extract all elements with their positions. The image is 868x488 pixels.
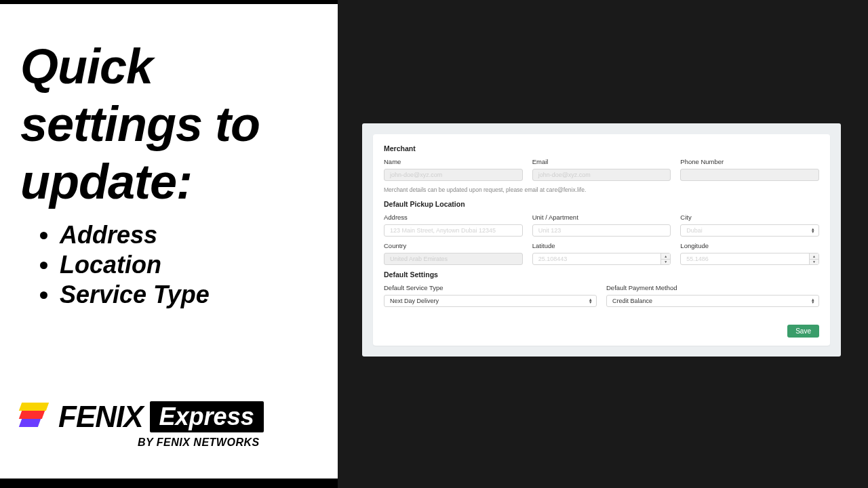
chevron-updown-icon bbox=[812, 298, 814, 304]
section-title-settings: Default Settings bbox=[384, 270, 819, 279]
email-label: Email bbox=[532, 158, 671, 165]
bullet-location: Location bbox=[60, 250, 317, 280]
latitude-input[interactable]: 25.108443 ▲▼ bbox=[532, 253, 671, 265]
email-input: john-doe@xyz.com bbox=[532, 169, 671, 181]
logo-word-fenix: FENIX bbox=[58, 400, 143, 434]
address-label: Address bbox=[384, 214, 523, 221]
chevron-updown-icon bbox=[812, 228, 814, 233]
payment-method-select[interactable]: Credit Balance bbox=[606, 295, 819, 307]
email-placeholder: john-doe@xyz.com bbox=[538, 171, 591, 178]
slide-bullets: Address Location Service Type bbox=[20, 220, 317, 310]
payment-method-label: Default Payment Method bbox=[606, 284, 819, 291]
headline-line-2: settings to bbox=[20, 97, 260, 151]
save-button[interactable]: Save bbox=[787, 325, 819, 338]
unit-input[interactable]: Unit 123 bbox=[532, 224, 671, 237]
latitude-placeholder: 25.108443 bbox=[538, 256, 568, 262]
address-placeholder: 123 Main Street, Anytown Dubai 12345 bbox=[390, 227, 496, 234]
city-value: Dubai bbox=[686, 227, 703, 234]
headline-line-3: update: bbox=[20, 155, 192, 209]
name-label: Name bbox=[384, 158, 523, 165]
brand-logo: FENIX Express BY FENIX NETWORKS bbox=[20, 400, 264, 449]
slide-panel: Quick settings to update: Address Locati… bbox=[0, 4, 338, 479]
app-frame: Merchant Name john-doe@xyz.com Email joh… bbox=[338, 0, 868, 488]
stepper-up-icon[interactable]: ▲ bbox=[810, 253, 818, 260]
app-background: Merchant Name john-doe@xyz.com Email joh… bbox=[362, 123, 841, 357]
service-type-label: Default Service Type bbox=[384, 284, 597, 291]
city-select[interactable]: Dubai bbox=[680, 224, 819, 237]
phone-input bbox=[680, 169, 819, 181]
section-title-pickup: Default Pickup Location bbox=[384, 200, 819, 208]
bullet-service-type: Service Type bbox=[60, 280, 317, 310]
headline-line-1: Quick bbox=[20, 39, 153, 94]
name-input: john-doe@xyz.com bbox=[384, 169, 523, 181]
country-value: United Arab Emirates bbox=[390, 256, 448, 262]
stepper-down-icon[interactable]: ▼ bbox=[810, 260, 818, 265]
country-label: Country bbox=[384, 242, 523, 249]
name-placeholder: john-doe@xyz.com bbox=[390, 171, 442, 178]
service-type-select[interactable]: Next Day Delivery bbox=[384, 295, 597, 307]
payment-method-value: Credit Balance bbox=[612, 298, 652, 304]
longitude-placeholder: 55.1486 bbox=[686, 256, 709, 262]
fenix-logo-icon bbox=[20, 401, 52, 432]
latitude-stepper[interactable]: ▲▼ bbox=[660, 253, 670, 264]
longitude-input[interactable]: 55.1486 ▲▼ bbox=[680, 253, 819, 265]
longitude-stepper[interactable]: ▲▼ bbox=[809, 253, 818, 264]
longitude-label: Longitude bbox=[680, 242, 819, 249]
chevron-updown-icon bbox=[589, 298, 592, 304]
unit-label: Unit / Apartment bbox=[532, 214, 671, 221]
latitude-label: Latitude bbox=[532, 242, 671, 249]
address-input[interactable]: 123 Main Street, Anytown Dubai 12345 bbox=[384, 224, 523, 237]
phone-label: Phone Number bbox=[680, 158, 819, 165]
slide-headline: Quick settings to update: bbox=[20, 38, 317, 211]
service-type-value: Next Day Delivery bbox=[390, 298, 439, 304]
section-title-merchant: Merchant bbox=[384, 144, 819, 152]
country-input: United Arab Emirates bbox=[384, 253, 523, 265]
logo-word-express: Express bbox=[150, 401, 264, 432]
merchant-hint: Merchant details can be updated upon req… bbox=[384, 186, 819, 193]
stepper-down-icon[interactable]: ▼ bbox=[661, 260, 670, 265]
logo-subtitle: BY FENIX NETWORKS bbox=[138, 436, 260, 449]
bullet-address: Address bbox=[60, 220, 317, 250]
city-label: City bbox=[680, 214, 819, 221]
settings-card: Merchant Name john-doe@xyz.com Email joh… bbox=[373, 134, 830, 346]
unit-placeholder: Unit 123 bbox=[538, 227, 561, 234]
stepper-up-icon[interactable]: ▲ bbox=[661, 253, 670, 260]
